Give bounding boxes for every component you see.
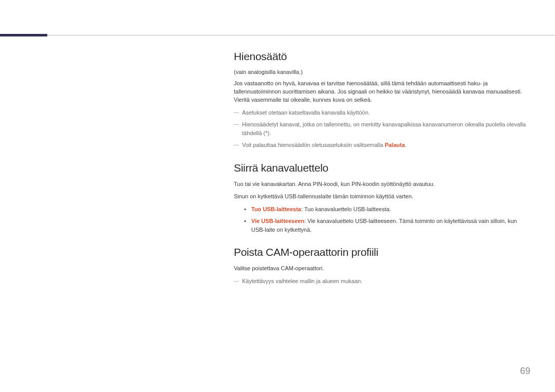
main-content: Hienosäätö (vain analogisilla kanavilla.… — [234, 50, 529, 289]
page-number: 69 — [520, 366, 530, 377]
section1-note-2: Hienosäädetyt kanavat, jotka on tallenne… — [234, 120, 529, 137]
section3-note-1: Käytettävyys vaihtelee mallin ja alueen … — [234, 277, 529, 286]
section1-notes: Asetukset otetaan katseltavalla kanavall… — [234, 108, 529, 150]
section2-body-2: Sinun on kytkettävä USB-tallennuslaite t… — [234, 193, 529, 201]
section3-title: Poista CAM-operaattorin profiili — [234, 246, 529, 258]
section3-body: Valitse poistettava CAM-operaattori. — [234, 265, 529, 273]
section1-note-3: Voit palauttaa hienosäädön oletusasetuks… — [234, 141, 529, 150]
section1-title: Hienosäätö — [234, 50, 529, 63]
header-rule-accent — [0, 34, 47, 36]
section2-bullet-1-highlight: Tuo USB-laitteesta — [251, 206, 301, 212]
section1-note-3-post: . — [405, 142, 406, 148]
section2-bullet-1-text: : Tuo kanavaluettelo USB-laitteesta. — [301, 206, 391, 212]
section1-subnote: (vain analogisilla kanavilla.) — [234, 69, 529, 75]
section1-body: Jos vastaanotto on hyvä, kanavaa ei tarv… — [234, 80, 529, 104]
header-rule — [0, 35, 555, 35]
section2-body-1: Tuo tai vie kanavakartan. Anna PIN-koodi… — [234, 180, 529, 189]
section2-bullet-2-highlight: Vie USB-laitteeseen — [251, 218, 304, 224]
section2-bullet-2: Vie USB-laitteeseen: Vie kanavaluettelo … — [244, 217, 529, 234]
section2-bullets: Tuo USB-laitteesta: Tuo kanavaluettelo U… — [234, 205, 529, 234]
section2-title: Siirrä kanavaluettelo — [234, 162, 529, 174]
section1-note-3-highlight: Palauta — [385, 142, 405, 148]
section1-note-1: Asetukset otetaan katseltavalla kanavall… — [234, 108, 529, 117]
section1-note-3-pre: Voit palauttaa hienosäädön oletusasetuks… — [242, 142, 385, 148]
section2-bullet-1: Tuo USB-laitteesta: Tuo kanavaluettelo U… — [244, 205, 529, 214]
section3-notes: Käytettävyys vaihtelee mallin ja alueen … — [234, 277, 529, 286]
